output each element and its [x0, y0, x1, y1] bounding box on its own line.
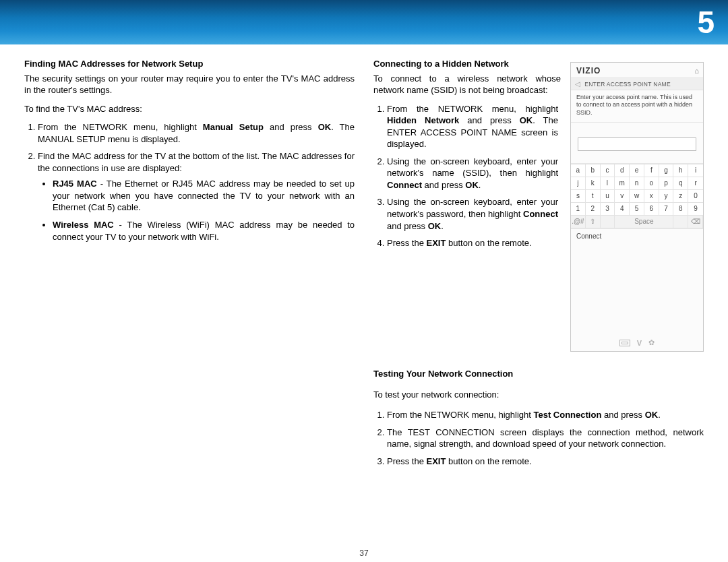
vizio-subheader-text: ENTER ACCESS POINT NAME [584, 81, 671, 88]
home-icon[interactable]: ⌂ [694, 67, 699, 75]
key-w[interactable]: w [630, 190, 644, 203]
testing-step-1: From the NETWORK menu, highlight Test Co… [387, 409, 704, 421]
key-x[interactable]: x [644, 190, 659, 203]
back-icon[interactable]: ◁ [575, 80, 580, 88]
vizio-footer-icons: V ✿ [571, 338, 703, 347]
key-o[interactable]: o [644, 177, 659, 190]
on-screen-keyboard: a b c d e f g h i j k l m [571, 164, 703, 228]
right-column-wrap: Connecting to a Hidden Network To connec… [373, 58, 704, 472]
left-step-2: Find the MAC address for the TV at the b… [38, 150, 355, 243]
key-z[interactable]: z [673, 190, 688, 203]
left-bullet-rj45: RJ45 MAC - The Ethernet or RJ45 MAC addr… [53, 178, 355, 214]
key-symbols[interactable]: .@# [571, 216, 586, 228]
header-band: 5 [0, 0, 728, 44]
key-u[interactable]: u [601, 190, 615, 203]
chapter-number: 5 [697, 4, 715, 40]
key-8[interactable]: 8 [673, 203, 688, 216]
key-f[interactable]: f [644, 164, 659, 177]
right-step-4: Press the EXIT button on the remote. [387, 237, 558, 249]
key-d[interactable]: d [615, 164, 630, 177]
vizio-description: Enter your access point name. This is us… [571, 90, 703, 123]
key-n[interactable]: n [630, 177, 644, 190]
right-step-3: Using the on-screen keyboard, enter your… [387, 196, 558, 232]
testing-lead: To test your network connection: [373, 389, 704, 401]
key-4[interactable]: 4 [615, 203, 630, 216]
key-k[interactable]: k [586, 177, 601, 190]
key-6[interactable]: 6 [644, 203, 659, 216]
key-c[interactable]: c [601, 164, 615, 177]
key-t[interactable]: t [586, 190, 601, 203]
key-2[interactable]: 2 [586, 203, 601, 216]
gear-icon[interactable]: ✿ [648, 338, 655, 347]
left-bullets: RJ45 MAC - The Ethernet or RJ45 MAC addr… [38, 178, 355, 243]
key-l[interactable]: l [601, 177, 615, 190]
connect-button[interactable]: Connect [571, 228, 703, 243]
v-icon[interactable]: V [637, 339, 642, 347]
key-m[interactable]: m [615, 177, 630, 190]
key-q[interactable]: q [673, 177, 688, 190]
testing-section: Testing Your Network Connection To test … [373, 352, 704, 472]
right-column: Connecting to a Hidden Network To connec… [373, 58, 561, 352]
key-9[interactable]: 9 [688, 203, 703, 216]
left-step-1: From the NETWORK menu, highlight Manual … [38, 121, 355, 145]
key-j[interactable]: j [571, 177, 586, 190]
right-step-1: From the NETWORK menu, highlight Hidden … [387, 103, 558, 150]
key-v[interactable]: v [615, 190, 630, 203]
key-5[interactable]: 5 [630, 203, 644, 216]
key-b[interactable]: b [586, 164, 601, 177]
right-step-2: Using the on-screen keyboard, enter your… [387, 156, 558, 191]
left-steps: From the NETWORK menu, highlight Manual … [24, 121, 355, 243]
vizio-panel: VIZIO ⌂ ◁ ENTER ACCESS POINT NAME Enter … [570, 62, 704, 352]
key-shift[interactable]: ⇧ [586, 216, 601, 228]
vizio-subheader: ◁ ENTER ACCESS POINT NAME [571, 78, 703, 90]
testing-steps: From the NETWORK menu, highlight Test Co… [373, 409, 704, 467]
key-h[interactable]: h [673, 164, 688, 177]
key-7[interactable]: 7 [659, 203, 674, 216]
right-heading: Connecting to a Hidden Network [373, 58, 561, 70]
key-backspace[interactable]: ⌫ [688, 216, 703, 228]
key-empty[interactable] [601, 216, 615, 228]
left-intro: The security settings on your router may… [24, 73, 355, 96]
right-steps: From the NETWORK menu, highlight Hidden … [373, 103, 561, 249]
vizio-logo: VIZIO [576, 66, 601, 75]
left-bullet-wireless: Wireless MAC - The Wireless (WiFi) MAC a… [53, 219, 355, 243]
wide-icon[interactable] [619, 340, 630, 346]
key-1[interactable]: 1 [571, 203, 586, 216]
key-s[interactable]: s [571, 190, 586, 203]
key-e[interactable]: e [630, 164, 644, 177]
key-0[interactable]: 0 [688, 190, 703, 203]
vizio-panel-header: VIZIO ⌂ [571, 63, 703, 78]
key-p[interactable]: p [659, 177, 674, 190]
left-column: Finding MAC Addresses for Network Setup … [24, 58, 355, 472]
left-lead: To find the TV's MAC address: [24, 103, 355, 115]
key-i[interactable]: i [688, 164, 703, 177]
body: Finding MAC Addresses for Network Setup … [0, 44, 728, 479]
vizio-input-wrap [571, 123, 703, 164]
key-a[interactable]: a [571, 164, 586, 177]
key-g[interactable]: g [659, 164, 674, 177]
testing-step-3: Press the EXIT button on the remote. [387, 456, 704, 468]
key-empty-2[interactable] [673, 216, 688, 228]
key-y[interactable]: y [659, 190, 674, 203]
right-intro: To connect to a wireless network whose n… [373, 73, 561, 96]
key-r[interactable]: r [688, 177, 703, 190]
page-number: 37 [0, 549, 728, 558]
testing-heading: Testing Your Network Connection [373, 368, 704, 380]
page: 5 Finding MAC Addresses for Network Setu… [0, 0, 728, 562]
key-3[interactable]: 3 [601, 203, 615, 216]
left-heading: Finding MAC Addresses for Network Setup [24, 58, 355, 70]
access-point-input[interactable] [578, 137, 696, 151]
testing-step-2: The TEST CONNECTION screen displays the … [387, 427, 704, 450]
key-space[interactable]: Space [615, 216, 673, 228]
